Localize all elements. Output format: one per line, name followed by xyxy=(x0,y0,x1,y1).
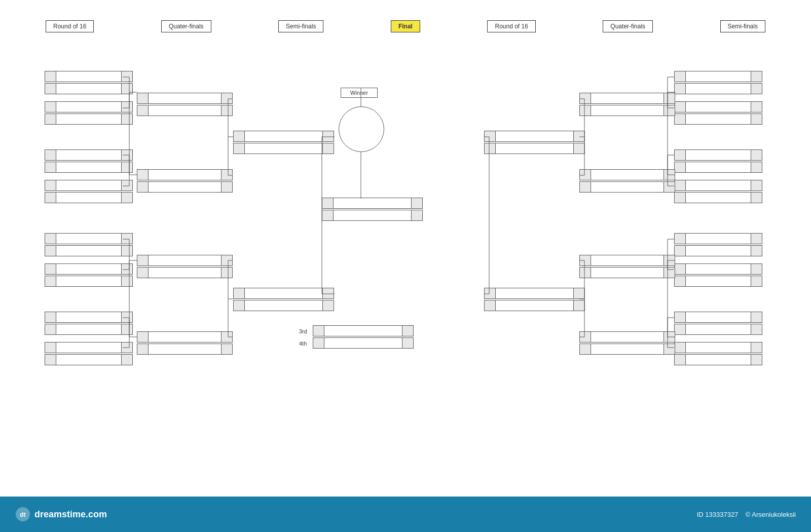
header-labels: Round of 16 Quater-finals Semi-finals Fi… xyxy=(0,20,811,32)
left-qf-match4 xyxy=(137,331,233,355)
right-qf-label: Quater-finals xyxy=(603,20,653,32)
right-sf-match1 xyxy=(484,131,585,154)
winner-label: Winner xyxy=(341,88,378,98)
left-sf-label: Semi-finals xyxy=(278,20,323,32)
right-r16-match2 xyxy=(674,101,762,125)
right-r16-match5 xyxy=(674,233,762,256)
left-round16-label: Round of 16 xyxy=(46,20,94,32)
right-r16-match3 xyxy=(674,149,762,173)
left-r16-match7 xyxy=(45,312,133,335)
left-qf-match2 xyxy=(137,169,233,193)
footer-bar: dt dreamstime.com ID 133337327 © Arseniu… xyxy=(0,497,811,532)
left-sf-match1 xyxy=(233,131,334,154)
right-round16-label: Round of 16 xyxy=(487,20,535,32)
left-qf-label: Quater-finals xyxy=(161,20,211,32)
left-r16-match5 xyxy=(45,233,133,256)
dreamstime-label: dreamstime.com xyxy=(34,509,107,520)
author-label: © Arseniukoleksii xyxy=(746,511,796,518)
left-r16-match6 xyxy=(45,263,133,287)
right-qf-match4 xyxy=(579,331,675,355)
right-r16-match1 xyxy=(674,71,762,94)
left-r16-match1 xyxy=(45,71,133,94)
left-qf-match3 xyxy=(137,255,233,278)
third-label: 3rd xyxy=(299,328,307,334)
right-sf-label: Semi-finals xyxy=(720,20,765,32)
right-r16-match8 xyxy=(674,342,762,365)
footer-info: ID 133337327 © Arseniukoleksii xyxy=(697,511,796,518)
left-r16-match8 xyxy=(45,342,133,365)
left-r16-match4 xyxy=(45,180,133,203)
footer-logo: dt dreamstime.com xyxy=(15,507,107,522)
right-qf-match1 xyxy=(579,93,675,116)
third-place-match1 xyxy=(313,325,414,349)
bracket-area: Round of 16 Quater-finals Semi-finals Fi… xyxy=(0,0,811,497)
right-r16-match6 xyxy=(674,263,762,287)
dreamstime-icon: dt xyxy=(15,507,30,522)
winner-circle xyxy=(339,106,384,152)
final-match1 xyxy=(322,198,423,221)
image-id: ID 133337327 xyxy=(697,511,739,518)
right-sf-match2 xyxy=(484,288,585,311)
right-r16-match4 xyxy=(674,180,762,203)
left-sf-match2 xyxy=(233,288,334,311)
fourth-label: 4th xyxy=(299,340,307,347)
left-r16-match3 xyxy=(45,149,133,173)
svg-text:dt: dt xyxy=(20,511,25,518)
right-qf-match3 xyxy=(579,255,675,278)
right-qf-match2 xyxy=(579,169,675,193)
right-r16-match7 xyxy=(674,312,762,335)
final-label: Final xyxy=(391,20,420,32)
left-qf-match1 xyxy=(137,93,233,116)
left-r16-match2 xyxy=(45,101,133,125)
